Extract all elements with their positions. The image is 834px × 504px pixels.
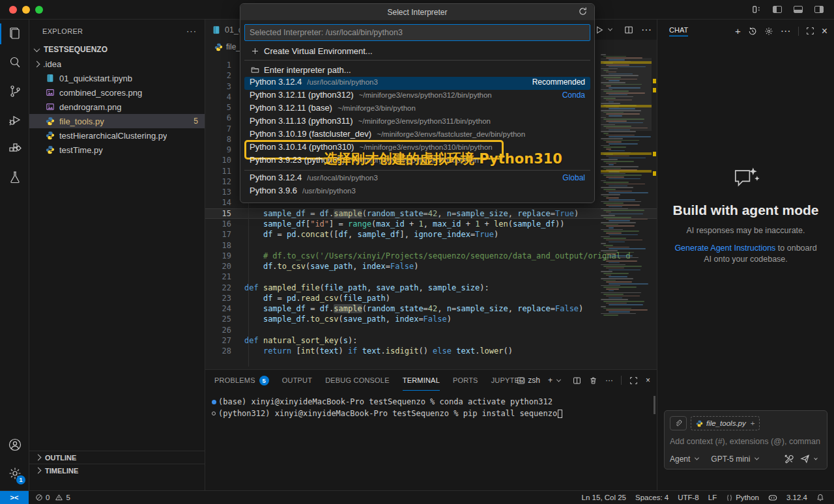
explorer-file-testhierarchicalclustering-py[interactable]: testHierarchicalClustering.py <box>29 128 205 143</box>
status-bell[interactable] <box>812 494 829 501</box>
chat-settings-gear-icon[interactable] <box>764 27 773 36</box>
explorer-file-combined-scores-png[interactable]: combined_scores.png <box>29 85 205 100</box>
split-terminal-icon[interactable] <box>573 376 581 385</box>
code-line-16: 16 sample_df["id"] = range(max_id + 1, m… <box>205 219 657 229</box>
explorer-root-folder[interactable]: TESTSEQUENZO <box>29 42 205 57</box>
interpreter-item-python-3-12-4[interactable]: Python 3.12.4/usr/local/bin/python3Recom… <box>244 77 590 90</box>
command-decoration-icon[interactable] <box>209 412 218 415</box>
chat-input-placeholder[interactable]: Add context (#), extensions (@), comman <box>670 437 822 446</box>
panel-tab-ports[interactable]: PORTS <box>453 370 478 391</box>
interpreter-search-input[interactable]: Selected Interpreter: /usr/local/bin/pyt… <box>244 24 590 41</box>
chevron-right-icon <box>35 455 42 461</box>
explorer-file--idea[interactable]: .idea <box>29 57 205 71</box>
command-decoration-icon[interactable] <box>209 400 218 404</box>
chat-tab[interactable]: CHAT <box>669 26 688 36</box>
select-interpreter-quickpick: Select Interpreter Selected Interpreter:… <box>240 3 595 203</box>
testing-icon[interactable] <box>0 163 29 191</box>
run-debug-icon[interactable] <box>0 105 29 134</box>
problems-status[interactable]: 0 5 <box>35 494 70 501</box>
interpreter-tag: Conda <box>556 91 585 100</box>
zoom-window-button[interactable] <box>35 6 43 14</box>
extensions-icon[interactable] <box>0 134 29 163</box>
context-chip-file-tools[interactable]: file_tools.py + <box>691 416 760 430</box>
interpreter-item-python-3-12-11-base-[interactable]: Python 3.12.11 (base)~/miniforge3/bin/py… <box>244 103 590 116</box>
refresh-interpreters-icon[interactable] <box>578 7 588 16</box>
status-python[interactable]: Python <box>721 494 764 501</box>
chat-input-box[interactable]: file_tools.py + Add context (#), extensi… <box>664 410 827 469</box>
interpreter-item-python-3-12-11-python312-[interactable]: Python 3.12.11 (python312)~/miniforge3/e… <box>244 90 590 103</box>
python-file-icon <box>214 43 223 51</box>
minimize-window-button[interactable] <box>22 6 30 14</box>
section-outline[interactable]: OUTLINE <box>29 451 205 464</box>
explorer-file-01-quickstart-ipynb[interactable]: 01_quickstart.ipynb <box>29 71 205 85</box>
status-utf-8[interactable]: UTF-8 <box>673 494 704 501</box>
source-control-icon[interactable] <box>0 77 29 105</box>
explorer-more-actions-icon[interactable]: ··· <box>186 26 197 36</box>
explorer-sidebar: EXPLORER ··· TESTSEQUENZO .idea01_quicks… <box>29 20 205 490</box>
status-3-12-4[interactable]: 3.12.4 <box>782 494 812 501</box>
explorer-file-file-tools-py[interactable]: file_tools.py5 <box>29 114 205 128</box>
window-controls <box>9 6 43 14</box>
code-line-19: 19 # df.to_csv('/Users/xinyi/Projects/se… <box>205 251 657 261</box>
search-icon[interactable] <box>0 48 29 77</box>
new-chat-icon[interactable]: + <box>735 25 741 36</box>
close-panel-icon[interactable]: × <box>646 376 650 385</box>
interpreter-item-python-3-12-4[interactable]: Python 3.12.4/usr/local/bin/python3Globa… <box>244 173 590 186</box>
bell-icon <box>816 494 824 501</box>
status-copilot[interactable] <box>764 494 782 501</box>
accounts-icon[interactable] <box>0 430 29 459</box>
panel-tab-terminal[interactable]: TERMINAL <box>403 370 440 391</box>
terminal-scrollbar[interactable] <box>654 396 655 414</box>
code-line-24: 24 sample_df = df.sample(random_state=42… <box>205 303 657 314</box>
chat-tools-icon[interactable] <box>784 454 794 464</box>
toggle-secondary-sidebar-icon[interactable] <box>813 3 825 15</box>
explorer-icon[interactable] <box>0 20 29 48</box>
chat-history-icon[interactable] <box>748 27 757 36</box>
panel-tab-output[interactable]: OUTPUT <box>282 370 312 391</box>
interpreter-item-python-3-9-6[interactable]: Python 3.9.6/usr/bin/python3 <box>244 186 590 199</box>
plus-icon <box>250 47 260 55</box>
close-chat-icon[interactable]: × <box>822 25 827 37</box>
attach-context-icon[interactable] <box>670 416 687 430</box>
toggle-primary-sidebar-icon[interactable] <box>771 3 783 15</box>
tab-01-quickstart[interactable]: 01_q <box>205 20 244 40</box>
customize-layout-icon[interactable] <box>751 3 762 15</box>
run-python-file-icon[interactable] <box>595 25 616 35</box>
remote-indicator[interactable]: >< <box>0 491 29 504</box>
panel-more-actions-icon[interactable]: ··· <box>605 376 613 385</box>
terminal-line: (base) xinyi@xinyideMacBook-Pro testSequ… <box>209 396 657 408</box>
interpreter-item-enter-interpreter-path-[interactable]: Enter interpreter path... <box>244 63 590 77</box>
chat-more-actions-icon[interactable]: ··· <box>781 25 791 37</box>
chat-mode-dropdown[interactable]: Agent <box>670 455 703 464</box>
generate-agent-instructions-link[interactable]: Generate Agent Instructions <box>674 244 775 253</box>
close-window-button[interactable] <box>9 6 17 14</box>
split-editor-icon[interactable] <box>624 25 633 35</box>
interpreter-item-create-virtual-environment-[interactable]: Create Virtual Environment... <box>244 44 590 58</box>
settings-gear-icon[interactable]: 1 <box>0 459 29 488</box>
explorer-file-testtime-py[interactable]: testTime.py <box>29 143 205 157</box>
terminal-shell-icon: zsh <box>517 376 540 385</box>
section-timeline[interactable]: TIMELINE <box>29 464 205 477</box>
explorer-file-dendrogram-png[interactable]: dendrogram.png <box>29 100 205 114</box>
python-file-icon <box>45 116 55 126</box>
editor-more-actions-icon[interactable]: ··· <box>641 24 652 36</box>
kill-terminal-icon[interactable] <box>589 376 597 385</box>
minimap[interactable] <box>601 54 652 369</box>
code-line-28: 28 return [int(text) if text.isdigit() e… <box>205 346 657 356</box>
chat-model-dropdown[interactable]: GPT-5 mini <box>711 455 763 464</box>
maximize-chat-icon[interactable] <box>806 27 814 35</box>
status-lf[interactable]: LF <box>704 494 721 501</box>
maximize-panel-icon[interactable] <box>629 376 638 385</box>
panel-tab-problems[interactable]: PROBLEMS5 <box>214 370 269 391</box>
interpreter-item-python-3-10-19-fastcluster-dev-[interactable]: Python 3.10.19 (fastcluster_dev)~/minifo… <box>244 129 590 142</box>
panel-tab-debug-console[interactable]: DEBUG CONSOLE <box>325 370 390 391</box>
status-ln-15-col-25[interactable]: Ln 15, Col 25 <box>577 494 631 501</box>
status-spaces-4[interactable]: Spaces: 4 <box>631 494 673 501</box>
interpreter-item-python-3-11-13-python311-[interactable]: Python 3.11.13 (python311)~/miniforge3/e… <box>244 116 590 129</box>
code-line-17: 17 df = pd.concat([df, sample_df], ignor… <box>205 229 657 240</box>
terminal-output[interactable]: (base) xinyi@xinyideMacBook-Pro testSequ… <box>205 391 657 419</box>
chevron-right-icon <box>34 61 40 67</box>
toggle-panel-icon[interactable] <box>792 3 804 15</box>
chat-send-icon[interactable] <box>800 454 822 464</box>
new-terminal-icon[interactable]: + <box>548 376 565 385</box>
